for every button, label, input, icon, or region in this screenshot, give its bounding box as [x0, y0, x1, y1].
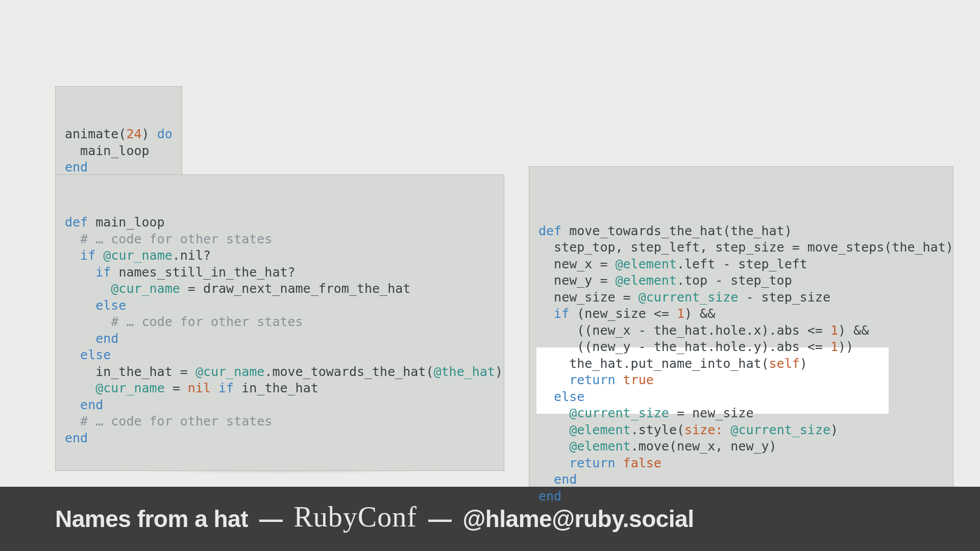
code-block: def move_towards_the_hat(the_hat) step_t…: [538, 223, 944, 505]
code-card-main-loop: def main_loop # … code for other states …: [55, 174, 504, 471]
footer-separator: —: [259, 505, 283, 533]
code-block: def main_loop # … code for other states …: [65, 214, 495, 446]
footer-separator: —: [428, 505, 452, 533]
rubyconf-logo: RubyConf: [294, 500, 417, 533]
footer-handle: @hlame@ruby.social: [462, 505, 694, 533]
code-card-move-towards: def move_towards_the_hat(the_hat) step_t…: [529, 166, 953, 529]
footer-title: Names from a hat: [55, 505, 248, 533]
code-block: animate(24) do main_loop end: [65, 126, 173, 176]
